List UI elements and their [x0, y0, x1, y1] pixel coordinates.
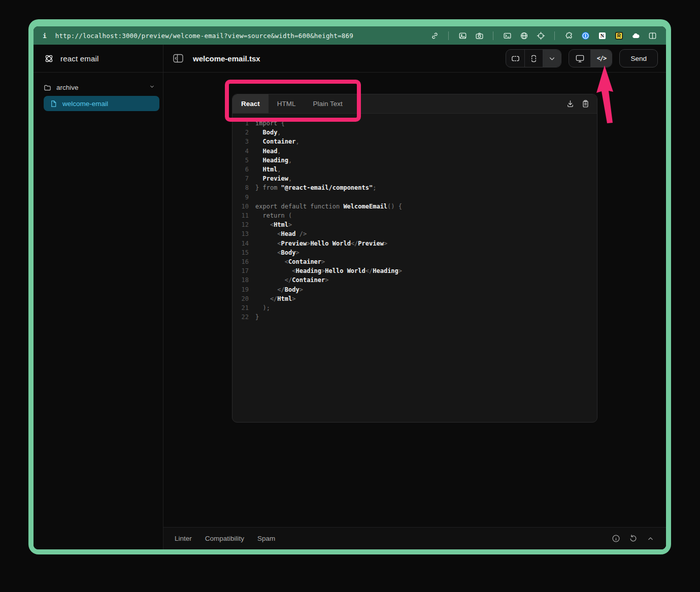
viewport-size-dropdown[interactable] [543, 50, 561, 67]
camera-icon[interactable] [475, 31, 484, 40]
browser-toolbar: NR [430, 31, 657, 40]
code-line: 11 return ( [232, 211, 597, 220]
code-line: 14 <Preview>Hello World</Preview> [232, 239, 597, 248]
chevron-down-icon[interactable] [149, 83, 155, 91]
tab-html[interactable]: HTML [269, 94, 305, 113]
line-number: 8 [232, 183, 249, 192]
code-line: 13 <Head /> [232, 229, 597, 238]
bottom-bar: Linter Compatibility Spam [163, 527, 666, 549]
code-line: 22} [232, 312, 597, 322]
code-line: 10export default function WelcomeEmail()… [232, 202, 597, 211]
line-number: 21 [232, 303, 249, 312]
sidebar-item-label: welcome-email [62, 100, 108, 108]
main-header: welcome-email.tsx [163, 45, 666, 73]
browser-url-bar: i http://localhost:3000/preview/welcome-… [34, 26, 666, 45]
sidebar-collapse-icon [173, 53, 184, 63]
preview-view-button[interactable] [569, 50, 590, 67]
line-number: 7 [232, 174, 249, 183]
expand-panel-button[interactable] [646, 534, 655, 543]
code-line: 15 <Body> [232, 248, 597, 257]
chevron-up-icon [646, 534, 655, 543]
sidebar-nav: archive welcome-email [34, 73, 163, 111]
tab-compatibility[interactable]: Compatibility [205, 535, 244, 542]
viewport-height-button[interactable] [524, 50, 543, 67]
line-number: 10 [232, 202, 249, 211]
line-number: 17 [232, 266, 249, 275]
info-button[interactable] [612, 534, 620, 543]
code-line: 8} from "@react-email/components"; [232, 183, 597, 192]
line-number: 4 [232, 147, 249, 156]
extensions-icon[interactable] [564, 31, 573, 40]
download-button[interactable] [566, 99, 575, 108]
globe-icon[interactable] [519, 31, 528, 40]
refined-github-icon[interactable]: R [614, 31, 623, 40]
sidebar-item-archive[interactable]: archive [44, 80, 159, 95]
code-line: 9 [232, 193, 597, 202]
line-number: 12 [232, 220, 249, 229]
source-view-button[interactable]: </> [590, 50, 612, 67]
viewport-height-icon [529, 54, 539, 63]
code-editor[interactable]: 1import {2 Body,3 Container,4 Head,5 Hea… [232, 114, 597, 422]
copy-button[interactable] [581, 99, 590, 108]
code-line: 17 <Heading>Hello World</Heading> [232, 266, 597, 275]
line-number: 11 [232, 211, 249, 220]
sidebar-item-welcome-email[interactable]: welcome-email [44, 96, 159, 111]
line-number: 6 [232, 165, 249, 174]
code-line: 21 ); [232, 303, 597, 312]
brand[interactable]: react email [34, 45, 163, 73]
code-tabs: ReactHTMLPlain Text [232, 94, 351, 113]
monitor-icon [575, 54, 585, 63]
code-line: 1import { [232, 119, 597, 128]
tab-plain-text[interactable]: Plain Text [305, 94, 351, 113]
code-line: 2 Body, [232, 128, 597, 137]
crosshair-icon[interactable] [536, 31, 545, 40]
code-panel: ReactHTMLPlain Text [232, 94, 597, 423]
tab-linter[interactable]: Linter [175, 535, 192, 542]
onepassword-icon[interactable] [581, 31, 590, 40]
site-info-icon[interactable]: i [43, 32, 47, 40]
react-email-app: react email archive [34, 45, 666, 549]
react-email-logo-icon [44, 53, 54, 64]
code-line: 16 <Container> [232, 257, 597, 266]
tab-spam[interactable]: Spam [257, 535, 275, 542]
code-line: 12 <Html> [232, 220, 597, 229]
info-circle-icon [612, 534, 620, 543]
code-line: 3 Container, [232, 137, 597, 146]
view-mode-group: </> [569, 49, 612, 67]
toolbar-separator [493, 31, 493, 40]
send-button[interactable]: Send [619, 49, 658, 67]
toolbar-separator [448, 31, 449, 40]
viewport-width-button[interactable] [506, 50, 524, 67]
code-line: 18 </Container> [232, 275, 597, 285]
code-line: 19 </Body> [232, 285, 597, 294]
refresh-button[interactable] [629, 534, 638, 543]
image-icon[interactable] [458, 31, 467, 40]
refresh-icon [629, 534, 638, 543]
viewport-width-icon [511, 54, 520, 63]
line-number: 5 [232, 156, 249, 165]
line-number: 13 [232, 229, 249, 238]
line-number: 22 [232, 312, 249, 322]
header-controls: </> Send [506, 49, 658, 67]
code-line: 6 Html, [232, 165, 597, 174]
terminal-icon[interactable] [503, 31, 512, 40]
content-area: ReactHTMLPlain Text [163, 73, 666, 527]
cloud-icon[interactable] [631, 31, 640, 40]
notion-icon[interactable]: N [597, 31, 607, 40]
toolbar-separator [554, 31, 555, 40]
svg-text:N: N [600, 33, 604, 39]
code-tabbar: ReactHTMLPlain Text [232, 94, 597, 114]
code-line: 5 Heading, [232, 156, 597, 165]
line-number: 9 [232, 193, 249, 202]
link-icon[interactable] [430, 31, 439, 40]
line-number: 18 [232, 275, 249, 285]
line-number: 19 [232, 285, 249, 294]
sidebar-toggle-button[interactable] [172, 52, 185, 65]
sidebar-item-label: archive [56, 84, 79, 91]
url-text[interactable]: http://localhost:3000/preview/welcome-em… [55, 32, 353, 40]
split-view-icon[interactable] [648, 31, 657, 40]
code-line: 20 </Html> [232, 294, 597, 303]
document-title: welcome-email.tsx [193, 54, 260, 63]
code-panel-actions [566, 99, 597, 108]
tab-react[interactable]: React [232, 94, 269, 113]
